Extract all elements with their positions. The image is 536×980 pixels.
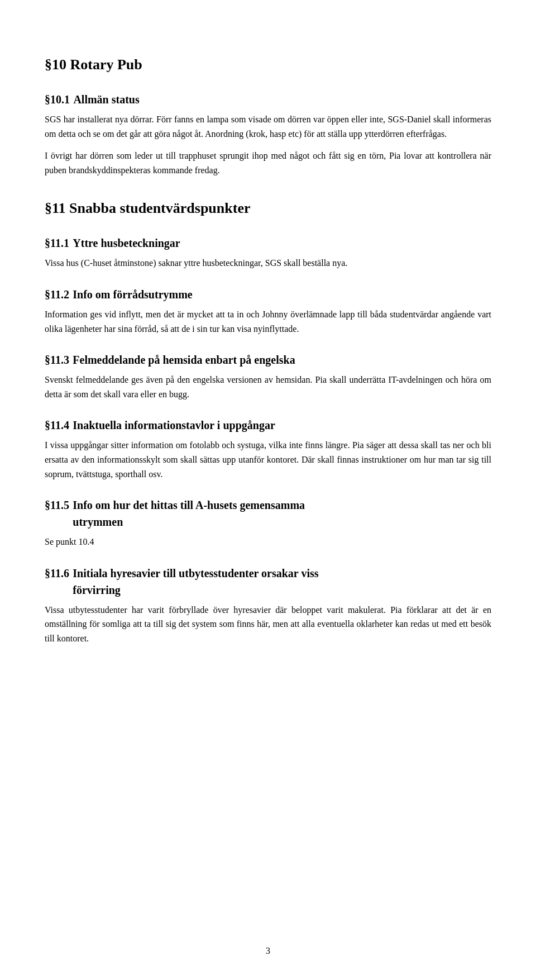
subsection-11-1-label: Yttre husbeteckningar (73, 235, 180, 251)
section-10-header: §10 Rotary Pub (45, 54, 491, 75)
subsection-11-6-number: §11.6 (45, 565, 69, 582)
subsection-11-4-number: §11.4 (45, 417, 69, 434)
subsection-11-5-labels: Info om hur det hittas till A-husets gem… (73, 497, 305, 530)
subsection-10-1-label: Allmän status (73, 91, 139, 108)
subsection-11-5-header: §11.5 Info om hur det hittas till A-huse… (45, 497, 491, 530)
subsection-11-5-para1: Se punkt 10.4 (45, 535, 491, 549)
subsection-11-2-number: §11.2 (45, 286, 69, 303)
subsection-11-6-label-line1: Initiala hyresavier till utbytesstudente… (73, 565, 318, 582)
page-number: 3 (266, 944, 270, 958)
subsection-10-1-header: §10.1 Allmän status (45, 91, 491, 108)
subsection-11-6-para1: Vissa utbytesstudenter har varit förbryl… (45, 603, 491, 646)
subsection-11-4-para1: I vissa uppgångar sitter information om … (45, 438, 491, 481)
subsection-11-6-header: §11.6 Initiala hyresavier till utbytesst… (45, 565, 491, 598)
subsection-10-1-para2: I övrigt har dörren som leder ut till tr… (45, 149, 491, 177)
section-10-title: §10 Rotary Pub (45, 54, 491, 75)
subsection-11-1-header: §11.1 Yttre husbeteckningar (45, 235, 491, 251)
subsection-11-3-label: Felmeddelande på hemsida enbart på engel… (73, 351, 295, 368)
page: §10 Rotary Pub §10.1 Allmän status SGS h… (0, 0, 536, 980)
subsection-11-4-label: Inaktuella informationstavlor i uppgånga… (73, 417, 275, 434)
subsection-11-1-number: §11.1 (45, 235, 69, 251)
subsection-11-5-number: §11.5 (45, 497, 69, 513)
subsection-11-5-label-line2: utrymmen (73, 513, 305, 530)
subsection-11-2-label: Info om förrådsutrymme (73, 286, 192, 303)
subsection-11-4-header: §11.4 Inaktuella informationstavlor i up… (45, 417, 491, 434)
section-11-title: §11 Snabba studentvärdspunkter (45, 197, 491, 219)
subsection-11-5-label-line1: Info om hur det hittas till A-husets gem… (73, 497, 305, 513)
subsection-11-2-header: §11.2 Info om förrådsutrymme (45, 286, 491, 303)
subsection-11-3-header: §11.3 Felmeddelande på hemsida enbart på… (45, 351, 491, 368)
section-11-header: §11 Snabba studentvärdspunkter (45, 197, 491, 219)
subsection-11-2-para1: Information ges vid inflytt, men det är … (45, 307, 491, 336)
subsection-11-6-label-line2: förvirring (73, 582, 318, 598)
subsection-10-1-para1: SGS har installerat nya dörrar. Förr fan… (45, 112, 491, 141)
subsection-11-3-number: §11.3 (45, 351, 69, 368)
subsection-10-1-number: §10.1 (45, 91, 70, 108)
subsection-11-3-para1: Svenskt felmeddelande ges även på den en… (45, 373, 491, 401)
subsection-11-6-labels: Initiala hyresavier till utbytesstudente… (73, 565, 318, 598)
subsection-11-1-para1: Vissa hus (C-huset åtminstone) saknar yt… (45, 256, 491, 270)
